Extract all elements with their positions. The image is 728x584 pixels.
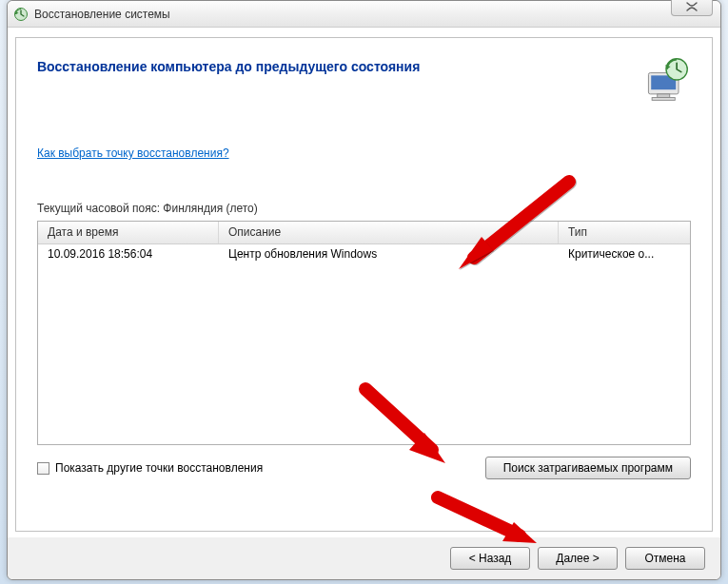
table-row[interactable]: 10.09.2016 18:56:04 Центр обновления Win… [38,244,690,265]
cancel-button[interactable]: Отмена [625,547,705,570]
cell-description: Центр обновления Windows [219,244,559,265]
column-header-date[interactable]: Дата и время [38,222,219,243]
page-heading: Восстановление компьютера до предыдущего… [37,59,420,74]
svg-rect-4 [652,98,675,101]
table-header: Дата и время Описание Тип [38,222,690,244]
content-panel: Восстановление компьютера до предыдущего… [15,37,713,532]
scan-affected-button[interactable]: Поиск затрагиваемых программ [485,457,691,479]
show-more-checkbox[interactable] [37,462,49,475]
back-button[interactable]: < Назад [450,547,530,570]
titlebar: Восстановление системы [8,1,720,28]
restore-title-icon [13,7,29,22]
cell-type: Критическое о... [559,244,690,265]
restore-points-table: Дата и время Описание Тип 10.09.2016 18:… [37,221,691,445]
help-link[interactable]: Как выбрать точку восстановления? [37,146,229,160]
close-button[interactable] [671,0,713,16]
dialog-footer: < Назад Далее > Отмена [8,537,720,579]
next-button[interactable]: Далее > [538,547,618,570]
svg-rect-3 [658,94,670,98]
column-header-description[interactable]: Описание [219,222,559,243]
window-title: Восстановление системы [34,8,170,21]
show-more-checkbox-wrap[interactable]: Показать другие точки восстановления [37,461,263,475]
restore-icon [641,55,691,105]
column-header-type[interactable]: Тип [559,222,690,243]
cell-date: 10.09.2016 18:56:04 [38,244,219,265]
timezone-label: Текущий часовой пояс: Финляндия (лето) [37,202,691,215]
show-more-label: Показать другие точки восстановления [55,461,263,475]
dialog-window: Восстановление системы Восстановление ко… [7,0,721,580]
